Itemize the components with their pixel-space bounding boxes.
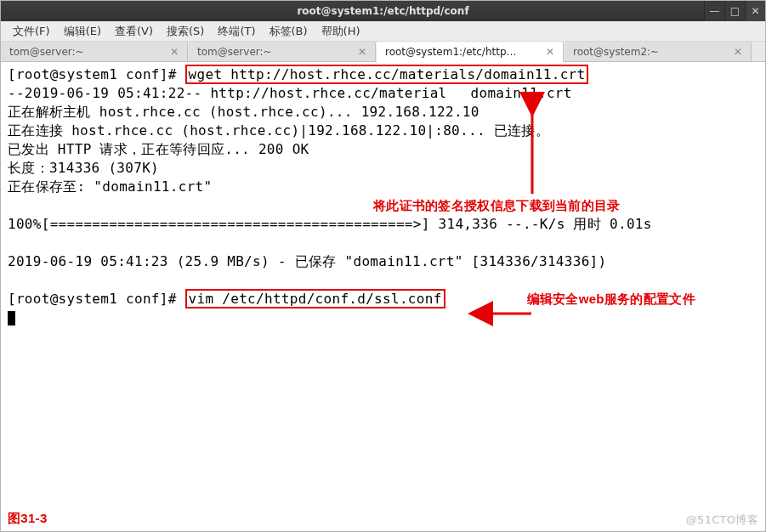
menu-terminal[interactable]: 终端(T) [211,24,262,39]
shell-prompt: [root@system1 conf]# [8,66,177,82]
terminal-line: [root@system1 conf]# wget http://host.rh… [8,65,758,84]
terminal-line: 正在连接 host.rhce.cc (host.rhce.cc)|192.168… [8,122,758,140]
terminal-area[interactable]: [root@system1 conf]# wget http://host.rh… [1,62,765,532]
tab-close-icon[interactable]: ✕ [546,46,554,58]
tab-1[interactable]: tom@server:~ ✕ [1,42,188,61]
terminal-line [8,308,758,327]
terminal-line: 100%[===================================… [8,215,758,234]
menu-edit[interactable]: 编辑(E) [57,24,108,39]
tab-close-icon[interactable]: ✕ [358,46,366,58]
tab-label: root@system1:/etc/http… [385,46,517,58]
close-button[interactable]: ✕ [745,1,765,21]
text-cursor [8,311,15,325]
tab-close-icon[interactable]: ✕ [170,46,179,58]
annotation-cert-download: 将此证书的签名授权信息下载到当前的目录 [373,196,621,215]
window-title: root@system1:/etc/httpd/conf [297,5,468,17]
terminal-line: 长度：314336 (307K) [8,159,758,178]
window-controls: — □ ✕ [704,1,765,21]
terminal-line: 正在保存至: "domain11.crt" 将此证书的签名授权信息下载到当前的目… [8,178,758,196]
highlighted-command-wget: wget http://host.rhce.cc/materials/domai… [185,65,589,84]
shell-prompt: [root@system1 conf]# [8,291,177,307]
window-titlebar: root@system1:/etc/httpd/conf — □ ✕ [1,1,765,21]
watermark: @51CTO博客 [686,511,758,529]
terminal-line: 已发出 HTTP 请求，正在等待回应... 200 OK [8,140,758,159]
menu-help[interactable]: 帮助(H) [315,24,367,39]
tab-4[interactable]: root@system2:~ ✕ [565,42,752,61]
tab-3-active[interactable]: root@system1:/etc/http… ✕ [377,42,564,62]
tab-close-icon[interactable]: ✕ [734,46,742,58]
minimize-button[interactable]: — [704,1,724,21]
terminal-line: 2019-06-19 05:41:23 (25.9 MB/s) - 已保存 "d… [8,252,758,271]
terminal-line: --2019-06-19 05:41:22-- http://host.rhce… [8,84,758,103]
maximize-button[interactable]: □ [724,1,745,21]
highlighted-command-vim: vim /etc/httpd/conf.d/ssl.conf [185,289,445,308]
menu-view[interactable]: 查看(V) [108,24,160,39]
menu-file[interactable]: 文件(F) [6,24,57,39]
menu-search[interactable]: 搜索(S) [160,24,211,39]
tab-2[interactable]: tom@server:~ ✕ [189,42,376,61]
tab-label: tom@server:~ [197,46,272,58]
figure-label: 图31-3 [8,509,48,528]
menu-tabs[interactable]: 标签(B) [263,24,315,39]
tab-label: tom@server:~ [9,46,84,58]
menubar: 文件(F) 编辑(E) 查看(V) 搜索(S) 终端(T) 标签(B) 帮助(H… [1,21,765,42]
annotation-edit-ssl-conf: 编辑安全web服务的配置文件 [527,291,695,306]
tabbar: tom@server:~ ✕ tom@server:~ ✕ root@syste… [1,42,765,62]
terminal-line: [root@system1 conf]# vim /etc/httpd/conf… [8,290,758,308]
terminal-line: 正在解析主机 host.rhce.cc (host.rhce.cc)... 19… [8,103,758,122]
tab-label: root@system2:~ [573,46,659,58]
